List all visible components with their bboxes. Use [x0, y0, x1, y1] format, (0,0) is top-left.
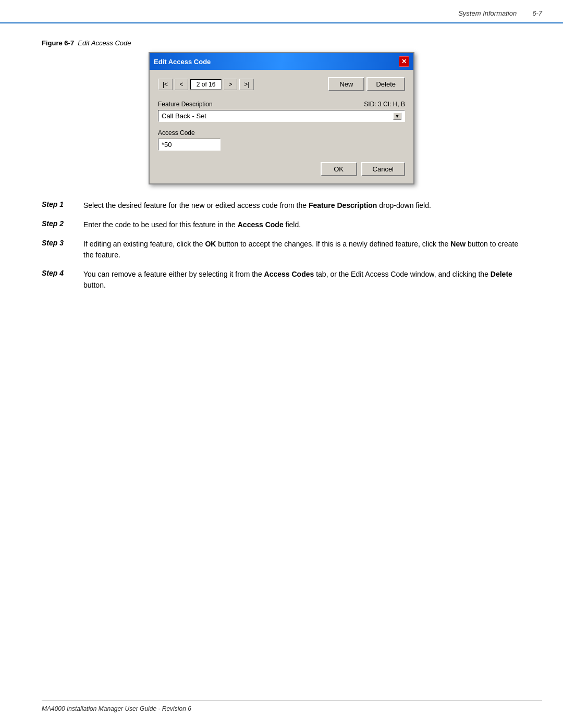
step-4-middle: tab, or the Edit Access Code window, and…	[314, 270, 491, 278]
step-3-row: Step 3 If editing an existing feature, c…	[42, 239, 521, 261]
step-1-row: Step 1 Select the desired feature for th…	[42, 200, 521, 211]
step-1-plain: Select the desired feature for the new o…	[83, 201, 309, 209]
prev-record-button[interactable]: <	[175, 79, 188, 90]
sid-label: SID: 3 CI: H, B	[364, 101, 405, 108]
step-3-middle: button to accept the changes. If this is…	[216, 240, 450, 248]
page-header: System Information 6-7	[0, 0, 563, 23]
step-4-text: You can remove a feature either by selec…	[83, 269, 521, 291]
feature-description-value: Call Back - Set	[162, 112, 206, 120]
steps-section: Step 1 Select the desired feature for th…	[42, 200, 521, 291]
footer-text: MA4000 Installation Manager User Guide -…	[42, 705, 191, 712]
feature-description-label: Feature Description	[158, 101, 213, 108]
close-button[interactable]: ✕	[399, 56, 409, 67]
step-3-bold2: New	[450, 240, 466, 248]
next-record-button[interactable]: >	[224, 79, 237, 90]
step-2-bold: Access Code	[238, 220, 284, 229]
first-record-button[interactable]: |<	[158, 79, 173, 90]
header-page: 6-7	[532, 9, 542, 17]
step-1-text: Select the desired feature for the new o…	[83, 200, 431, 211]
dialog-body: |< < 2 of 16 > >| New Delete Feature Des…	[150, 70, 413, 183]
step-3-plain: If editing an existing feature, click th…	[83, 240, 205, 248]
step-3-bold1: OK	[205, 240, 216, 248]
step-3-label: Step 3	[42, 239, 83, 247]
step-3-text: If editing an existing feature, click th…	[83, 239, 521, 261]
step-4-bold2: Delete	[491, 270, 512, 278]
last-record-button[interactable]: >|	[239, 79, 254, 90]
access-code-label: Access Code	[158, 129, 195, 137]
step-4-label: Step 4	[42, 269, 83, 277]
figure-caption-text: Edit Access Code	[78, 39, 131, 47]
feature-description-dropdown[interactable]: Call Back - Set ▼	[158, 110, 405, 122]
delete-button[interactable]: Delete	[366, 77, 405, 91]
new-button[interactable]: New	[328, 77, 364, 91]
navigation-row: |< < 2 of 16 > >| New Delete	[158, 77, 405, 91]
bottom-buttons-row: OK Cancel	[158, 158, 405, 176]
dropdown-arrow-icon: ▼	[393, 113, 401, 120]
step-2-row: Step 2 Enter the code to be used for thi…	[42, 219, 521, 230]
edit-access-code-dialog: Edit Access Code ✕ |< < 2 of 16 > >| New…	[149, 52, 414, 184]
step-4-plain: You can remove a feature either by selec…	[83, 270, 264, 278]
dialog-title: Edit Access Code	[154, 58, 211, 66]
page-footer: MA4000 Installation Manager User Guide -…	[42, 700, 542, 712]
dialog-wrapper: Edit Access Code ✕ |< < 2 of 16 > >| New…	[42, 52, 521, 184]
cancel-button[interactable]: Cancel	[361, 162, 405, 176]
step-2-plain: Enter the code to be used for this featu…	[83, 220, 238, 229]
record-counter: 2 of 16	[190, 79, 222, 90]
feature-description-row: Feature Description SID: 3 CI: H, B Call…	[158, 101, 405, 122]
step-4-row: Step 4 You can remove a feature either b…	[42, 269, 521, 291]
main-content: Figure 6-7 Edit Access Code Edit Access …	[0, 23, 563, 330]
step-4-final: button.	[83, 281, 106, 289]
header-title: System Information	[458, 9, 517, 17]
step-1-bold: Feature Description	[309, 201, 377, 209]
figure-label: Figure 6-7	[42, 39, 74, 47]
step-2-text: Enter the code to be used for this featu…	[83, 219, 301, 230]
step-4-bold1: Access Codes	[264, 270, 314, 278]
step-2-label: Step 2	[42, 219, 83, 228]
access-code-input[interactable]: *50	[158, 139, 221, 151]
dialog-titlebar: Edit Access Code ✕	[150, 53, 413, 70]
step-1-after: drop-down field.	[377, 201, 431, 209]
step-1-label: Step 1	[42, 200, 83, 208]
access-code-row: Access Code *50	[158, 128, 405, 151]
figure-caption: Figure 6-7 Edit Access Code	[42, 39, 521, 47]
step-2-after: field.	[284, 220, 301, 229]
ok-button[interactable]: OK	[321, 162, 357, 176]
